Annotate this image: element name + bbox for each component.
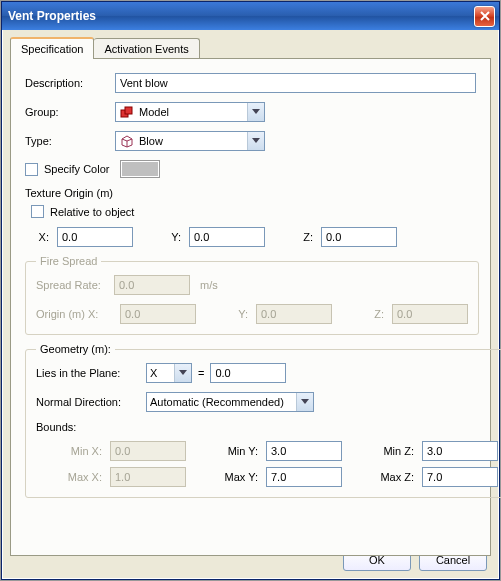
group-icon xyxy=(119,104,135,120)
type-label: Type: xyxy=(25,135,115,147)
dialog-body: Specification Activation Events Descript… xyxy=(2,30,499,579)
min-x-label: Min X: xyxy=(36,445,102,457)
tex-z-input[interactable] xyxy=(321,227,397,247)
description-input[interactable] xyxy=(115,73,476,93)
chevron-down-icon xyxy=(174,364,191,382)
specify-color-checkbox[interactable] xyxy=(25,163,38,176)
bounds-label: Bounds: xyxy=(36,421,498,433)
origin-x-label: Origin (m) X: xyxy=(36,308,114,320)
origin-z-label: Z: xyxy=(366,308,384,320)
plane-value-input[interactable] xyxy=(210,363,286,383)
fire-spread-legend: Fire Spread xyxy=(36,255,101,267)
specify-color-label: Specify Color xyxy=(44,163,120,175)
geometry-legend: Geometry (m): xyxy=(36,343,115,355)
type-value: Blow xyxy=(139,135,247,147)
chevron-down-icon xyxy=(296,393,313,411)
min-y-input[interactable] xyxy=(266,441,342,461)
max-y-label: Max Y: xyxy=(192,471,258,483)
vent-properties-dialog: Vent Properties Specification Activation… xyxy=(1,1,500,580)
svg-rect-1 xyxy=(125,107,132,114)
chevron-down-icon xyxy=(247,103,264,121)
group-combo[interactable]: Model xyxy=(115,102,265,122)
spread-units: m/s xyxy=(200,279,218,291)
min-z-input[interactable] xyxy=(422,441,498,461)
lies-plane-label: Lies in the Plane: xyxy=(36,367,146,379)
texture-origin-label: Texture Origin (m) xyxy=(25,187,476,199)
spread-rate-input xyxy=(114,275,190,295)
max-z-input[interactable] xyxy=(422,467,498,487)
type-combo[interactable]: Blow xyxy=(115,131,265,151)
max-y-input[interactable] xyxy=(266,467,342,487)
min-x-input xyxy=(110,441,186,461)
min-z-label: Min Z: xyxy=(348,445,414,457)
close-button[interactable] xyxy=(474,6,495,27)
origin-y-label: Y: xyxy=(230,308,248,320)
title-bar: Vent Properties xyxy=(2,2,499,30)
group-value: Model xyxy=(139,106,247,118)
max-z-label: Max Z: xyxy=(348,471,414,483)
cube-icon xyxy=(119,133,135,149)
max-x-input xyxy=(110,467,186,487)
tex-x-input[interactable] xyxy=(57,227,133,247)
tab-activation-events[interactable]: Activation Events xyxy=(94,38,199,58)
description-label: Description: xyxy=(25,77,115,89)
normal-direction-value: Automatic (Recommended) xyxy=(150,396,296,408)
plane-axis-value: X xyxy=(150,367,174,379)
plane-axis-combo[interactable]: X xyxy=(146,363,192,383)
tex-y-label: Y: xyxy=(163,231,181,243)
origin-y-input xyxy=(256,304,332,324)
chevron-down-icon xyxy=(247,132,264,150)
close-icon xyxy=(480,11,490,21)
window-title: Vent Properties xyxy=(8,9,474,23)
tab-strip: Specification Activation Events xyxy=(10,36,491,58)
color-well[interactable] xyxy=(120,160,160,178)
max-x-label: Max X: xyxy=(36,471,102,483)
fire-spread-group: Fire Spread Spread Rate: m/s Origin (m) … xyxy=(25,255,479,335)
tab-panel-specification: Description: Group: Model Type: xyxy=(10,58,491,556)
origin-x-input xyxy=(120,304,196,324)
group-label: Group: xyxy=(25,106,115,118)
relative-checkbox[interactable] xyxy=(31,205,44,218)
origin-z-input xyxy=(392,304,468,324)
normal-direction-label: Normal Direction: xyxy=(36,396,146,408)
normal-direction-combo[interactable]: Automatic (Recommended) xyxy=(146,392,314,412)
tex-y-input[interactable] xyxy=(189,227,265,247)
geometry-group: Geometry (m): Lies in the Plane: X = Nor… xyxy=(25,343,501,498)
tex-z-label: Z: xyxy=(295,231,313,243)
tex-x-label: X: xyxy=(31,231,49,243)
spread-rate-label: Spread Rate: xyxy=(36,279,114,291)
relative-label: Relative to object xyxy=(50,206,134,218)
equals-label: = xyxy=(192,367,210,379)
min-y-label: Min Y: xyxy=(192,445,258,457)
tab-specification[interactable]: Specification xyxy=(10,37,94,59)
